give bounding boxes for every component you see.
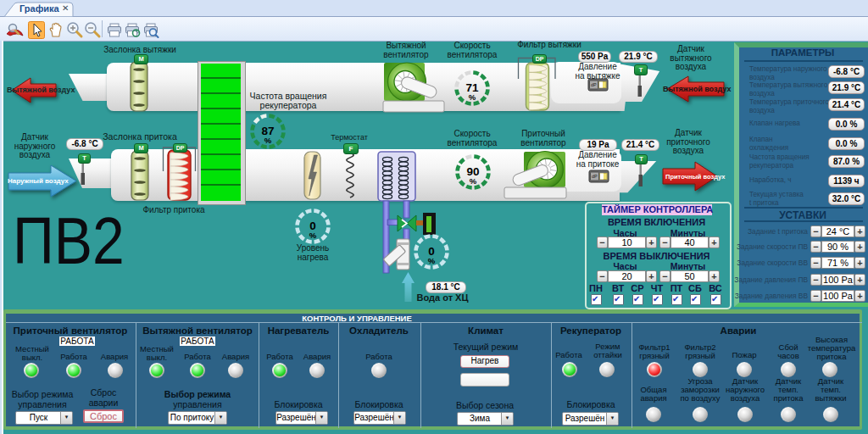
svg-text:%: % xyxy=(470,176,477,186)
svg-text:%: % xyxy=(264,136,272,145)
svg-text:%: % xyxy=(428,256,436,265)
svg-text:Вытяжной воздух: Вытяжной воздух xyxy=(7,86,75,94)
svg-text:Приточный воздух: Приточный воздух xyxy=(665,173,726,181)
svg-text:%: % xyxy=(469,92,476,102)
svg-text:%: % xyxy=(309,231,317,240)
svg-text:Вытяжной воздух: Вытяжной воздух xyxy=(663,85,731,93)
svg-text:Наружный воздух: Наружный воздух xyxy=(8,177,69,185)
svg-text:dP: dP xyxy=(591,82,597,87)
svg-text:dP: dP xyxy=(592,174,598,179)
